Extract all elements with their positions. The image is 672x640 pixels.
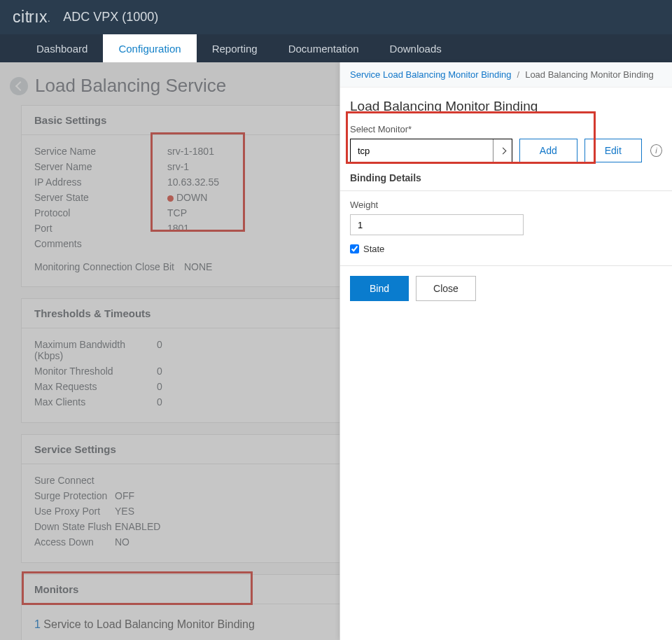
select-monitor-input[interactable] [351, 139, 493, 162]
panel-title: Load Balancing Monitor Binding [350, 99, 662, 114]
tab-downloads[interactable]: Downloads [374, 34, 457, 62]
monitor-binding-count[interactable]: 1 [34, 618, 41, 630]
weight-label: Weight [350, 200, 662, 210]
weight-input[interactable] [350, 214, 524, 235]
product-name: ADC VPX (1000) [63, 10, 158, 25]
back-button[interactable] [10, 77, 28, 95]
breadcrumb: Service Load Balancing Monitor Binding /… [340, 62, 672, 88]
label-server-name: Server Name [34, 161, 167, 172]
label-mon-close: Monitoring Connection Close Bit [34, 261, 174, 272]
select-monitor-chevron[interactable] [493, 139, 511, 162]
label-service-name: Service Name [34, 146, 167, 157]
label-ip-address: IP Address [34, 176, 167, 188]
binding-panel: Service Load Balancing Monitor Binding /… [340, 62, 672, 640]
value-protocol: TCP [167, 207, 187, 218]
label-max-req: Max Requests [34, 381, 157, 392]
monitor-binding-link[interactable]: Service to Load Balancing Monitor Bindin… [43, 618, 255, 630]
value-mon-close: NONE [184, 261, 212, 272]
select-monitor-label: Select Monitor* [350, 124, 662, 134]
chevron-right-icon [499, 147, 506, 154]
state-label: State [363, 244, 384, 254]
value-server-state: DOWN [167, 192, 207, 203]
edit-button[interactable]: Edit [584, 139, 642, 162]
label-down-state-flush: Down State Flush [34, 521, 115, 532]
back-arrow-icon [15, 81, 24, 90]
label-mon-thresh: Monitor Threshold [34, 366, 157, 377]
label-proxy-port: Use Proxy Port [34, 506, 115, 517]
label-surge-protection: Surge Protection [34, 490, 115, 501]
label-sure-connect: Sure Connect [34, 475, 115, 486]
value-max-cli: 0 [157, 396, 162, 408]
value-server-name: srv-1 [167, 161, 189, 172]
close-button[interactable]: Close [416, 276, 476, 301]
info-icon[interactable]: i [650, 144, 662, 157]
label-port: Port [34, 223, 167, 234]
breadcrumb-current: Load Balancing Monitor Binding [525, 69, 654, 80]
label-max-bw: Maximum Bandwidth (Kbps) [34, 339, 157, 361]
page-title: Load Balancing Service [35, 75, 226, 97]
tab-configuration[interactable]: Configuration [103, 34, 196, 62]
label-access-down: Access Down [34, 536, 115, 548]
value-service-name: srv-1-1801 [167, 146, 214, 157]
main-nav: Dashboard Configuration Reporting Docume… [0, 34, 672, 62]
tab-dashboard[interactable]: Dashboard [21, 34, 103, 62]
content-area: Load Balancing Service Basic Settings Se… [0, 62, 672, 640]
brand-logo: citrıx. [13, 8, 50, 27]
value-server-state-text: DOWN [176, 192, 207, 203]
binding-details-header: Binding Details [350, 162, 662, 185]
value-access-down: NO [115, 536, 130, 548]
label-comments: Comments [34, 238, 167, 249]
breadcrumb-link[interactable]: Service Load Balancing Monitor Binding [350, 69, 512, 80]
bind-button[interactable]: Bind [350, 276, 409, 301]
tab-documentation[interactable]: Documentation [273, 34, 374, 62]
label-max-cli: Max Clients [34, 396, 157, 408]
value-ip-address: 10.63.32.55 [167, 176, 219, 188]
value-mon-thresh: 0 [157, 366, 162, 377]
label-server-state: Server State [34, 192, 167, 203]
top-bar: citrıx. ADC VPX (1000) [0, 0, 672, 34]
value-port: 1801 [167, 223, 189, 234]
value-max-req: 0 [157, 381, 162, 392]
value-down-state-flush: ENABLED [115, 521, 160, 532]
value-proxy-port: YES [115, 506, 134, 517]
select-monitor-field[interactable] [350, 139, 512, 162]
label-protocol: Protocol [34, 207, 167, 218]
value-surge-protection: OFF [115, 490, 134, 501]
value-max-bw: 0 [157, 339, 162, 361]
state-dot-icon [167, 195, 174, 202]
tab-reporting[interactable]: Reporting [197, 34, 273, 62]
add-button[interactable]: Add [519, 139, 578, 162]
breadcrumb-separator: / [517, 69, 520, 80]
state-checkbox[interactable] [350, 244, 359, 253]
